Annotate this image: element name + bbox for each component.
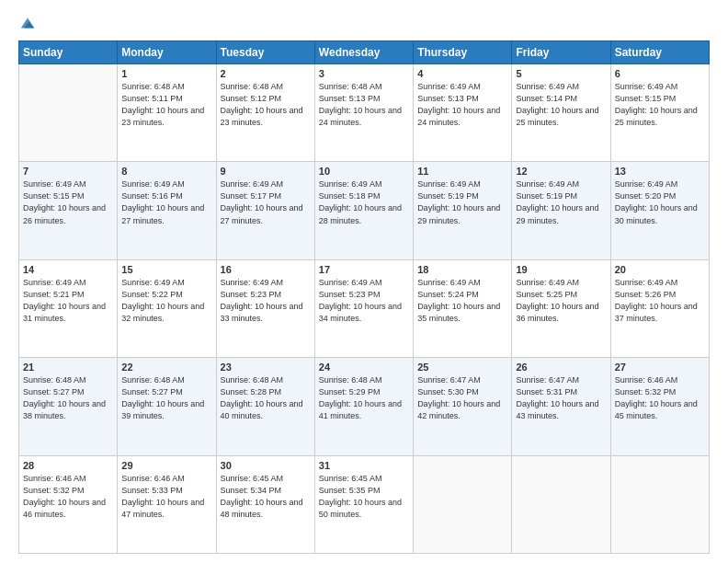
day-number: 26 (516, 362, 606, 373)
day-number: 1 (121, 68, 211, 79)
day-number: 28 (23, 460, 113, 471)
column-header-friday: Friday (512, 41, 610, 64)
calendar-cell: 24Sunrise: 6:48 AMSunset: 5:29 PMDayligh… (314, 358, 413, 455)
day-info: Sunrise: 6:49 AMSunset: 5:13 PMDaylight:… (417, 81, 507, 129)
calendar-cell: 11Sunrise: 6:49 AMSunset: 5:19 PMDayligh… (414, 162, 512, 259)
calendar-cell (414, 455, 512, 553)
column-header-sunday: Sunday (19, 41, 118, 64)
day-number: 29 (121, 460, 211, 471)
calendar-cell: 14Sunrise: 6:49 AMSunset: 5:21 PMDayligh… (19, 259, 118, 357)
day-number: 2 (221, 68, 311, 79)
day-number: 12 (516, 166, 606, 177)
day-number: 8 (121, 166, 211, 177)
day-info: Sunrise: 6:49 AMSunset: 5:21 PMDaylight:… (23, 277, 113, 325)
calendar-week-row: 1Sunrise: 6:48 AMSunset: 5:11 PMDaylight… (19, 64, 710, 162)
day-number: 5 (516, 68, 606, 79)
day-number: 21 (23, 362, 113, 373)
day-info: Sunrise: 6:48 AMSunset: 5:29 PMDaylight:… (319, 374, 409, 422)
calendar-week-row: 21Sunrise: 6:48 AMSunset: 5:27 PMDayligh… (19, 358, 710, 455)
day-info: Sunrise: 6:48 AMSunset: 5:27 PMDaylight:… (121, 374, 211, 422)
day-number: 4 (417, 68, 507, 79)
day-info: Sunrise: 6:49 AMSunset: 5:18 PMDaylight:… (319, 178, 409, 226)
calendar-cell: 16Sunrise: 6:49 AMSunset: 5:23 PMDayligh… (216, 259, 314, 357)
day-info: Sunrise: 6:49 AMSunset: 5:22 PMDaylight:… (121, 277, 211, 325)
day-info: Sunrise: 6:49 AMSunset: 5:20 PMDaylight:… (615, 178, 705, 226)
calendar-cell: 8Sunrise: 6:49 AMSunset: 5:16 PMDaylight… (118, 162, 216, 259)
day-number: 22 (121, 362, 211, 373)
calendar-cell: 13Sunrise: 6:49 AMSunset: 5:20 PMDayligh… (610, 162, 709, 259)
calendar-cell: 6Sunrise: 6:49 AMSunset: 5:15 PMDaylight… (610, 64, 709, 162)
day-info: Sunrise: 6:48 AMSunset: 5:11 PMDaylight:… (121, 81, 211, 129)
day-info: Sunrise: 6:49 AMSunset: 5:19 PMDaylight:… (516, 178, 606, 226)
calendar-cell: 7Sunrise: 6:49 AMSunset: 5:15 PMDaylight… (19, 162, 118, 259)
logo-icon (19, 15, 36, 31)
day-number: 31 (319, 460, 409, 471)
day-info: Sunrise: 6:45 AMSunset: 5:35 PMDaylight:… (319, 473, 409, 521)
day-number: 14 (23, 264, 113, 275)
calendar-cell: 4Sunrise: 6:49 AMSunset: 5:13 PMDaylight… (414, 64, 512, 162)
day-number: 7 (23, 166, 113, 177)
day-info: Sunrise: 6:49 AMSunset: 5:16 PMDaylight:… (121, 178, 211, 226)
day-info: Sunrise: 6:49 AMSunset: 5:24 PMDaylight:… (417, 277, 507, 325)
calendar-cell: 17Sunrise: 6:49 AMSunset: 5:23 PMDayligh… (314, 259, 413, 357)
day-number: 3 (319, 68, 409, 79)
page: SundayMondayTuesdayWednesdayThursdayFrid… (0, 0, 728, 563)
day-number: 25 (417, 362, 507, 373)
day-info: Sunrise: 6:47 AMSunset: 5:30 PMDaylight:… (417, 374, 507, 422)
day-info: Sunrise: 6:49 AMSunset: 5:15 PMDaylight:… (615, 81, 705, 129)
day-info: Sunrise: 6:49 AMSunset: 5:17 PMDaylight:… (221, 178, 311, 226)
day-number: 27 (615, 362, 705, 373)
day-info: Sunrise: 6:49 AMSunset: 5:25 PMDaylight:… (516, 277, 606, 325)
day-number: 23 (221, 362, 311, 373)
day-info: Sunrise: 6:46 AMSunset: 5:32 PMDaylight:… (23, 473, 113, 521)
calendar-header-row: SundayMondayTuesdayWednesdayThursdayFrid… (19, 41, 710, 64)
day-info: Sunrise: 6:47 AMSunset: 5:31 PMDaylight:… (516, 374, 606, 422)
day-info: Sunrise: 6:48 AMSunset: 5:13 PMDaylight:… (319, 81, 409, 129)
calendar-table: SundayMondayTuesdayWednesdayThursdayFrid… (18, 40, 710, 554)
calendar-cell: 15Sunrise: 6:49 AMSunset: 5:22 PMDayligh… (118, 259, 216, 357)
day-info: Sunrise: 6:49 AMSunset: 5:23 PMDaylight:… (319, 277, 409, 325)
calendar-cell: 20Sunrise: 6:49 AMSunset: 5:26 PMDayligh… (610, 259, 709, 357)
column-header-wednesday: Wednesday (314, 41, 413, 64)
day-info: Sunrise: 6:49 AMSunset: 5:15 PMDaylight:… (23, 178, 113, 226)
day-number: 18 (417, 264, 507, 275)
column-header-monday: Monday (118, 41, 216, 64)
column-header-thursday: Thursday (414, 41, 512, 64)
day-number: 20 (615, 264, 705, 275)
calendar-week-row: 28Sunrise: 6:46 AMSunset: 5:32 PMDayligh… (19, 455, 710, 553)
calendar-cell: 19Sunrise: 6:49 AMSunset: 5:25 PMDayligh… (512, 259, 610, 357)
calendar-cell: 9Sunrise: 6:49 AMSunset: 5:17 PMDaylight… (216, 162, 314, 259)
day-number: 13 (615, 166, 705, 177)
day-info: Sunrise: 6:48 AMSunset: 5:28 PMDaylight:… (221, 374, 311, 422)
calendar-cell: 31Sunrise: 6:45 AMSunset: 5:35 PMDayligh… (314, 455, 413, 553)
calendar-cell (610, 455, 709, 553)
day-number: 24 (319, 362, 409, 373)
day-number: 9 (221, 166, 311, 177)
day-info: Sunrise: 6:46 AMSunset: 5:33 PMDaylight:… (121, 473, 211, 521)
calendar-cell (19, 64, 118, 162)
day-info: Sunrise: 6:48 AMSunset: 5:12 PMDaylight:… (221, 81, 311, 129)
day-info: Sunrise: 6:49 AMSunset: 5:19 PMDaylight:… (417, 178, 507, 226)
day-info: Sunrise: 6:48 AMSunset: 5:27 PMDaylight:… (23, 374, 113, 422)
calendar-cell: 3Sunrise: 6:48 AMSunset: 5:13 PMDaylight… (314, 64, 413, 162)
calendar-cell: 29Sunrise: 6:46 AMSunset: 5:33 PMDayligh… (118, 455, 216, 553)
day-number: 6 (615, 68, 705, 79)
day-number: 16 (221, 264, 311, 275)
day-info: Sunrise: 6:45 AMSunset: 5:34 PMDaylight:… (221, 473, 311, 521)
calendar-cell: 27Sunrise: 6:46 AMSunset: 5:32 PMDayligh… (610, 358, 709, 455)
day-number: 17 (319, 264, 409, 275)
column-header-tuesday: Tuesday (216, 41, 314, 64)
calendar-cell: 5Sunrise: 6:49 AMSunset: 5:14 PMDaylight… (512, 64, 610, 162)
calendar-week-row: 14Sunrise: 6:49 AMSunset: 5:21 PMDayligh… (19, 259, 710, 357)
calendar-cell (512, 455, 610, 553)
logo (18, 15, 36, 31)
day-info: Sunrise: 6:49 AMSunset: 5:14 PMDaylight:… (516, 81, 606, 129)
day-number: 10 (319, 166, 409, 177)
column-header-saturday: Saturday (610, 41, 709, 64)
day-info: Sunrise: 6:49 AMSunset: 5:23 PMDaylight:… (221, 277, 311, 325)
header (18, 15, 710, 31)
day-number: 11 (417, 166, 507, 177)
calendar-cell: 22Sunrise: 6:48 AMSunset: 5:27 PMDayligh… (118, 358, 216, 455)
calendar-cell: 12Sunrise: 6:49 AMSunset: 5:19 PMDayligh… (512, 162, 610, 259)
calendar-week-row: 7Sunrise: 6:49 AMSunset: 5:15 PMDaylight… (19, 162, 710, 259)
